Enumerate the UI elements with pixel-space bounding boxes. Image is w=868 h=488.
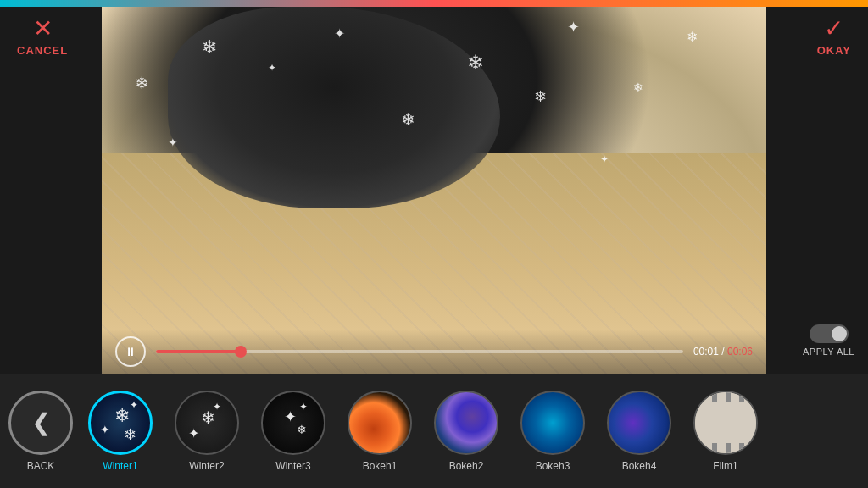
filter-bokeh1-circle [348, 391, 412, 455]
pause-button[interactable]: ⏸ [115, 336, 146, 367]
play-controls: ⏸ 00:01 / 00:06 [102, 330, 766, 374]
filter-bokeh1[interactable]: Bokeh1 [339, 391, 420, 472]
filter-bokeh4[interactable]: Bokeh4 [598, 391, 680, 472]
time-current: 00:01 [693, 346, 719, 358]
filter-winter2-label: Winter2 [189, 460, 224, 472]
back-circle: ❮ [8, 391, 73, 455]
back-chevron-icon: ❮ [31, 408, 51, 436]
filter-bokeh3[interactable]: Bokeh3 [512, 391, 593, 472]
filter-winter3-circle: ✦ ❄ ✦ [261, 391, 326, 455]
cancel-button[interactable]: ✕ CANCEL [17, 17, 68, 57]
apply-all-label: APPLY ALL [803, 347, 854, 357]
video-area: ❄ ✦ ❄ ✦ ❄ ✦ ❄ ❄ ✦ ❄ ✦ ❄ ⏸ 00:01 / 00:06 [102, 7, 766, 374]
filter-film1-label: Film1 [713, 460, 737, 472]
cancel-label: CANCEL [17, 44, 68, 57]
dog-silhouette [168, 7, 500, 208]
progress-bar[interactable] [156, 350, 683, 353]
filter-bokeh1-label: Bokeh1 [363, 460, 398, 472]
filter-winter1-circle: ❄ ✦ ❄ ✦ [88, 391, 153, 455]
time-display: 00:01 / 00:06 [693, 346, 753, 358]
filter-winter1[interactable]: ❄ ✦ ❄ ✦ Winter1 [80, 391, 161, 472]
film-strip [695, 392, 756, 453]
progress-thumb[interactable] [235, 346, 247, 358]
okay-icon: ✓ [824, 17, 843, 41]
filter-winter2-circle: ❄ ✦ ✦ [175, 391, 239, 455]
cancel-icon: ✕ [33, 17, 53, 41]
progress-fill [156, 350, 241, 353]
time-separator: / [719, 346, 727, 358]
okay-label: OKAY [817, 44, 851, 57]
filter-bokeh2-label: Bokeh2 [449, 460, 484, 472]
okay-button[interactable]: ✓ OKAY [817, 17, 851, 57]
filter-bokeh2[interactable]: Bokeh2 [426, 391, 507, 472]
apply-all-section: APPLY ALL [803, 324, 854, 357]
filter-film1-circle [693, 391, 758, 455]
back-button[interactable]: ❮ BACK [7, 391, 75, 472]
filter-winter2[interactable]: ❄ ✦ ✦ Winter2 [166, 391, 248, 472]
film-holes-top [695, 392, 756, 402]
filter-bokeh4-circle [607, 391, 671, 455]
pause-icon: ⏸ [125, 345, 136, 358]
filter-bokeh2-circle [434, 391, 498, 455]
top-color-bar [0, 0, 868, 7]
filter-bokeh4-label: Bokeh4 [622, 460, 657, 472]
filter-film1[interactable]: Film1 [685, 391, 766, 472]
video-frame: ❄ ✦ ❄ ✦ ❄ ✦ ❄ ❄ ✦ ❄ ✦ ❄ [102, 7, 766, 374]
time-total: 00:06 [727, 346, 753, 358]
apply-all-toggle[interactable] [810, 324, 849, 343]
filter-bokeh3-circle [520, 391, 585, 455]
toggle-knob [832, 326, 847, 341]
back-label: BACK [27, 460, 55, 472]
filter-bar: ❮ BACK ❄ ✦ ❄ ✦ Winter1 ❄ ✦ ✦ Winter2 ✦ ❄… [0, 374, 868, 488]
film-holes-bottom [695, 443, 756, 453]
filter-winter3-label: Winter3 [275, 460, 310, 472]
filter-bokeh3-label: Bokeh3 [536, 460, 570, 472]
filter-winter1-label: Winter1 [103, 460, 137, 472]
filter-winter3[interactable]: ✦ ❄ ✦ Winter3 [253, 391, 334, 472]
